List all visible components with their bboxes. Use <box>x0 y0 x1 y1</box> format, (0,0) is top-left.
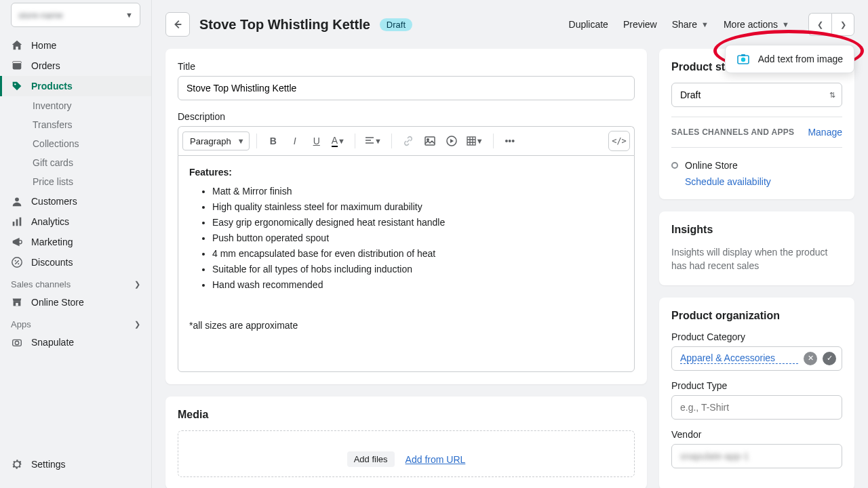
duplicate-action[interactable]: Duplicate <box>569 19 608 30</box>
svg-point-3 <box>15 197 19 201</box>
media-card: Media Add files Add from URL <box>165 396 647 488</box>
add-files-button[interactable]: Add files <box>347 451 395 467</box>
text-color-button[interactable]: A ▼ <box>329 131 348 150</box>
chevron-right-icon: ❯ <box>134 280 140 289</box>
html-code-button[interactable]: </> <box>608 131 630 151</box>
sidebar-item-orders[interactable]: Orders <box>0 56 151 76</box>
insights-card: Insights Insights will display when the … <box>659 211 854 285</box>
confirm-category-icon[interactable]: ✓ <box>823 352 836 365</box>
underline-button[interactable]: U <box>307 131 326 150</box>
sidebar-item-settings[interactable]: Settings <box>0 454 151 474</box>
svg-point-14 <box>15 341 18 344</box>
main-content: Stove Top Whistling Kettle Draft Duplica… <box>152 0 868 488</box>
bold-button[interactable]: B <box>264 131 283 150</box>
feature-item: Easy grip ergonomically designed heat re… <box>212 215 623 230</box>
feature-item: Suitable for all types of hobs including… <box>212 262 623 277</box>
nav-label: Settings <box>31 459 66 470</box>
category-value[interactable]: Apparel & Accessories <box>680 352 798 364</box>
sidebar-app-snapulate[interactable]: Snapulate <box>0 332 151 352</box>
title-label: Title <box>178 61 635 72</box>
code-icon: </> <box>612 136 627 146</box>
chevron-left-icon: ❮ <box>817 20 823 29</box>
sidebar-item-home[interactable]: Home <box>0 35 151 56</box>
organization-title: Product organization <box>671 310 842 322</box>
svg-rect-18 <box>467 137 475 145</box>
home-icon <box>11 39 23 52</box>
nav-label: Analytics <box>31 216 69 227</box>
store-selector[interactable]: store-name ▼ <box>11 3 140 27</box>
status-select[interactable] <box>671 83 842 107</box>
italic-button[interactable]: I <box>285 131 304 150</box>
svg-rect-21 <box>741 54 745 56</box>
organization-card: Product organization Product Category Ap… <box>659 298 854 488</box>
align-button[interactable]: ▼ <box>362 131 384 150</box>
sidebar-item-marketing[interactable]: Marketing <box>0 232 151 252</box>
sidebar-item-customers[interactable]: Customers <box>0 191 151 211</box>
media-title: Media <box>178 409 635 421</box>
add-from-url-link[interactable]: Add from URL <box>406 454 466 465</box>
sidebar-sub-gift-cards[interactable]: Gift cards <box>33 153 151 172</box>
sidebar-item-discounts[interactable]: Discounts <box>0 252 151 272</box>
sidebar-sub-collections[interactable]: Collections <box>33 134 151 153</box>
link-button[interactable] <box>399 131 418 150</box>
next-product-button[interactable]: ❯ <box>831 13 854 36</box>
nav-label: Discounts <box>31 257 73 268</box>
vendor-input[interactable]: snapulate-app-1 <box>671 444 842 468</box>
arrow-left-icon <box>172 18 184 30</box>
video-button[interactable] <box>442 131 461 150</box>
sidebar: store-name ▼ Home Orders Products Invent… <box>0 0 152 488</box>
analytics-icon <box>11 216 23 228</box>
sidebar-sub-price-lists[interactable]: Price lists <box>33 172 151 191</box>
svg-point-20 <box>741 58 745 62</box>
feature-item: Hand wash recommended <box>212 277 623 293</box>
channel-online-store: Online Store <box>671 157 842 174</box>
channel-label: Online Store <box>685 160 738 171</box>
category-label: Product Category <box>671 331 842 342</box>
back-button[interactable] <box>165 12 190 37</box>
sidebar-item-analytics[interactable]: Analytics <box>0 211 151 232</box>
paragraph-select[interactable]: Paragraph ▼ <box>182 131 250 150</box>
nav-label: Snapulate <box>31 337 74 348</box>
svg-point-10 <box>18 263 19 264</box>
add-text-from-image-popover[interactable]: Add text from image <box>725 45 854 73</box>
chevron-down-icon: ▼ <box>237 137 245 145</box>
ellipsis-icon: ••• <box>505 136 515 146</box>
footnote: *all sizes are approximate <box>189 319 623 333</box>
chevron-down-icon: ▼ <box>374 137 382 145</box>
gear-icon <box>11 458 23 470</box>
clear-category-icon[interactable]: ✕ <box>804 352 817 365</box>
image-button[interactable] <box>420 131 439 150</box>
share-action[interactable]: Share▼ <box>672 19 709 30</box>
nav-label: Marketing <box>31 237 73 247</box>
product-type-input[interactable] <box>671 395 842 420</box>
nav-label: Home <box>31 40 56 51</box>
preview-action[interactable]: Preview <box>623 19 657 30</box>
discounts-icon <box>11 256 23 268</box>
sales-channels-heading[interactable]: Sales channels ❯ <box>0 272 151 292</box>
table-button[interactable]: ▼ <box>464 131 486 150</box>
apps-heading[interactable]: Apps ❯ <box>0 312 151 332</box>
sidebar-item-online-store[interactable]: Online Store <box>0 292 151 312</box>
description-editor[interactable]: Features: Matt & Mirror finish High qual… <box>178 155 635 372</box>
schedule-availability-link[interactable]: Schedule availability <box>685 176 771 187</box>
feature-item: Push button operated spout <box>212 230 623 246</box>
page-title: Stove Top Whistling Kettle <box>199 17 370 33</box>
more-formatting-button[interactable]: ••• <box>500 131 519 150</box>
more-actions[interactable]: More actions▼ <box>724 19 789 30</box>
svg-rect-6 <box>20 218 22 226</box>
prev-product-button[interactable]: ❮ <box>808 13 831 36</box>
category-field[interactable]: Apparel & Accessories ✕ ✓ <box>671 346 842 371</box>
feature-item: High quality stainless steel for maximum… <box>212 199 623 215</box>
title-input[interactable] <box>178 76 635 100</box>
sidebar-sub-inventory[interactable]: Inventory <box>33 96 151 115</box>
store-icon <box>11 296 23 308</box>
insights-title: Insights <box>671 224 842 236</box>
sidebar-sub-transfers[interactable]: Transfers <box>33 115 151 134</box>
align-icon <box>365 136 374 146</box>
chevron-down-icon: ▼ <box>125 11 133 19</box>
rte-toolbar: Paragraph ▼ B I U A ▼ ▼ <box>178 126 635 155</box>
media-dropzone[interactable]: Add files Add from URL <box>178 430 635 477</box>
sidebar-item-products[interactable]: Products <box>0 76 151 96</box>
manage-channels-link[interactable]: Manage <box>808 127 842 138</box>
video-icon <box>446 136 457 146</box>
